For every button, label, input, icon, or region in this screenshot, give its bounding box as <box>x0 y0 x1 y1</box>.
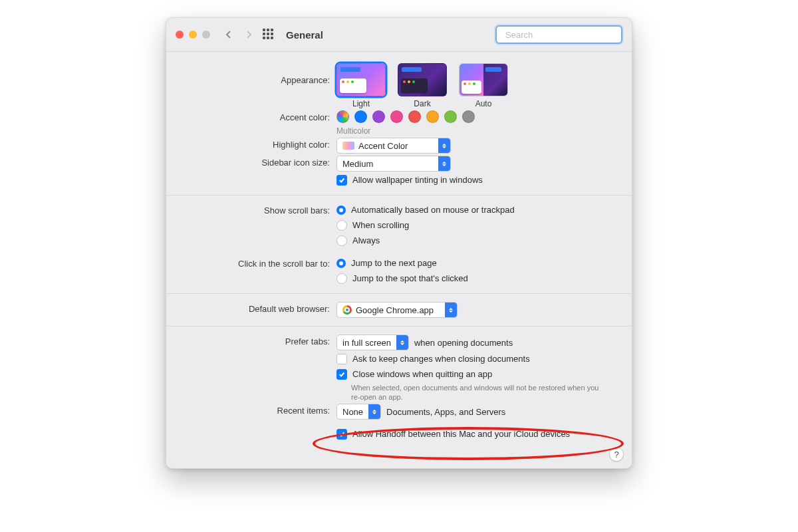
zoom-window-button[interactable] <box>202 31 210 39</box>
chevron-updown-icon <box>438 138 450 153</box>
ask-keep-checkbox[interactable] <box>336 354 347 364</box>
sidebar-size-popup[interactable]: Medium <box>336 156 451 172</box>
scrollbars-radio-auto[interactable] <box>336 205 346 215</box>
accent-caption: Multicolor <box>336 126 620 136</box>
highlight-popup[interactable]: Accent Color <box>336 138 451 154</box>
handoff-checkbox[interactable] <box>336 429 347 440</box>
pane-title: General <box>286 29 323 41</box>
accent-green[interactable] <box>444 110 457 123</box>
chevron-updown-icon <box>438 156 450 171</box>
chevron-updown-icon <box>368 404 380 419</box>
highlight-swatch-icon <box>342 142 354 150</box>
accent-graphite[interactable] <box>462 110 475 123</box>
close-windows-checkbox[interactable] <box>336 369 347 380</box>
browser-popup[interactable]: Google Chrome.app <box>336 302 458 318</box>
chevron-updown-icon <box>396 335 408 350</box>
accent-purple[interactable] <box>372 110 385 123</box>
accent-swatches <box>336 110 620 123</box>
help-button[interactable]: ? <box>609 447 624 462</box>
grid-icon <box>263 29 275 41</box>
minimize-window-button[interactable] <box>189 31 197 39</box>
click-scroll-radio-page[interactable] <box>336 259 346 268</box>
toolbar: General <box>166 18 632 52</box>
wallpaper-tinting-checkbox[interactable] <box>336 175 347 186</box>
scrollbars-label: Show scroll bars: <box>178 203 336 215</box>
appearance-option-light[interactable]: Light <box>336 63 386 108</box>
accent-pink[interactable] <box>390 110 403 123</box>
chrome-icon <box>342 305 352 315</box>
accent-multicolor[interactable] <box>336 110 349 123</box>
general-pane: Appearance: Light <box>166 52 632 468</box>
recent-popup[interactable]: None <box>336 404 381 420</box>
wallpaper-tinting-label: Allow wallpaper tinting in windows <box>352 174 483 187</box>
click-scroll-label: Click in the scroll bar to: <box>178 257 336 269</box>
close-window-button[interactable] <box>176 31 184 39</box>
appearance-option-auto[interactable]: Auto <box>459 63 508 108</box>
back-button[interactable] <box>222 28 235 41</box>
window-controls <box>176 31 210 39</box>
appearance-option-dark[interactable]: Dark <box>398 63 447 108</box>
show-all-button[interactable] <box>262 28 275 41</box>
tabs-label: Prefer tabs: <box>178 334 336 346</box>
close-windows-label: Close windows when quitting an app <box>352 368 492 381</box>
scrollbars-radio-always[interactable] <box>336 235 347 246</box>
browser-label: Default web browser: <box>178 302 336 314</box>
highlight-label: Highlight color: <box>178 138 336 150</box>
click-scroll-radio-spot[interactable] <box>336 273 347 284</box>
ask-keep-label: Ask to keep changes when closing documen… <box>352 352 530 366</box>
handoff-label: Allow Handoff between this Mac and your … <box>352 428 570 441</box>
accent-blue[interactable] <box>354 110 367 123</box>
accent-label: Accent color: <box>178 110 336 122</box>
recent-suffix: Documents, Apps, and Servers <box>386 407 505 417</box>
preferences-window: General Appearance: <box>166 17 632 469</box>
sidebar-size-label: Sidebar icon size: <box>178 156 336 168</box>
search-field[interactable] <box>495 25 622 44</box>
search-input[interactable] <box>504 29 618 41</box>
accent-red[interactable] <box>408 110 421 123</box>
scrollbars-radio-scrolling[interactable] <box>336 220 347 231</box>
appearance-label: Appearance: <box>178 63 336 85</box>
accent-orange[interactable] <box>426 110 439 123</box>
tabs-suffix: when opening documents <box>414 338 513 348</box>
recent-label: Recent items: <box>178 404 336 416</box>
chevron-updown-icon <box>445 303 457 317</box>
close-windows-hint: When selected, open documents and window… <box>351 383 604 402</box>
tabs-popup[interactable]: in full screen <box>336 334 409 350</box>
forward-button[interactable] <box>242 28 255 41</box>
